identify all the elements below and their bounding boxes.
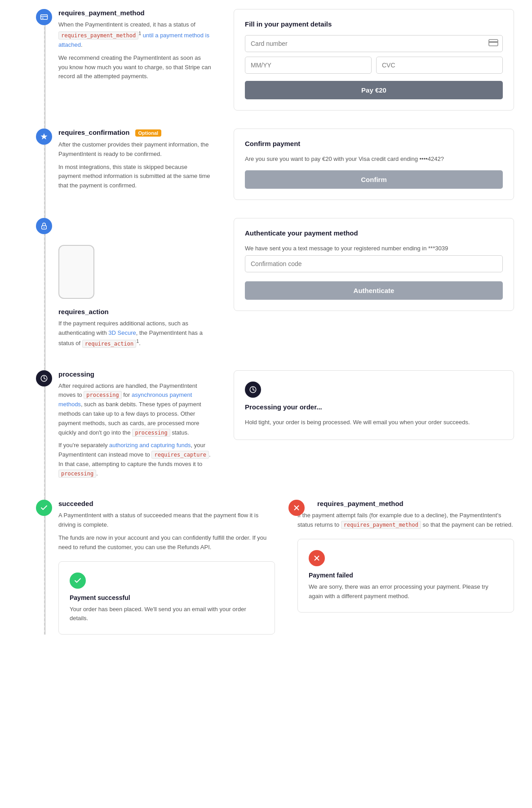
processing-description: Hold tight, your order is being processe… xyxy=(245,418,503,427)
svg-rect-0 xyxy=(41,15,48,20)
status-text-2b: In most integrations, this state is skip… xyxy=(58,163,211,191)
icon-requires-confirmation xyxy=(36,129,52,145)
status-text-2a: After the customer provides their paymen… xyxy=(58,140,211,159)
status-text-4b: If you're separately authorizing and cap… xyxy=(58,441,211,478)
svg-point-6 xyxy=(44,227,44,228)
col-succeeded: succeeded A PaymentIntent with a status … xyxy=(18,500,288,635)
card-processing: Processing your order... Hold tight, you… xyxy=(234,370,514,440)
status-title-4: processing xyxy=(58,370,211,378)
link-auth-capture[interactable]: authorizing and capturing funds xyxy=(109,442,191,448)
timeline: requires_payment_method When the Payment… xyxy=(18,9,514,635)
status-text-4a: After required actions are handled, the … xyxy=(58,382,211,438)
card-payment-success: Payment successful Your order has been p… xyxy=(58,561,275,635)
pay-button[interactable]: Pay €20 xyxy=(245,81,503,99)
status-title-2: requires_confirmation Optional xyxy=(58,129,211,137)
section-left-requires-payment: requires_payment_method When the Payment… xyxy=(18,9,225,111)
icon-processing xyxy=(36,370,52,386)
action-text-block: requires_action If the payment requires … xyxy=(58,308,211,349)
phone-mockup xyxy=(58,245,94,299)
icon-requires-payment xyxy=(36,9,52,25)
col-failed: requires_payment_method If the payment a… xyxy=(288,500,514,635)
status-title-1: requires_payment_method xyxy=(58,9,211,17)
card-authenticate: Authenticate your payment method We have… xyxy=(234,218,514,311)
status-text-6a: If the payment attempt fails (for exampl… xyxy=(297,511,514,530)
code-failed-status: requires_payment_method xyxy=(341,521,421,529)
success-title: Payment successful xyxy=(70,594,264,601)
section-right-action: Authenticate your payment method We have… xyxy=(225,218,514,311)
confirm-button[interactable]: Confirm xyxy=(245,170,503,189)
status-title-5: succeeded xyxy=(58,500,275,507)
code-requires-action: requires_action xyxy=(82,340,136,348)
failed-title: Payment failed xyxy=(309,572,503,579)
credit-card-icon xyxy=(488,39,498,48)
status-text-5a: A PaymentIntent with a status of succeed… xyxy=(58,511,275,530)
section-processing: processing After required actions are ha… xyxy=(18,370,514,482)
card-payment-failed: Payment failed We are sorry, there was a… xyxy=(297,539,514,613)
status-title-3: requires_action xyxy=(58,308,211,315)
code-processing-3: processing xyxy=(58,470,96,478)
failed-text: We are sorry, there was an error process… xyxy=(309,582,503,601)
card-title-processing: Processing your order... xyxy=(245,403,503,411)
confirm-description: Are you sure you want to pay €20 with yo… xyxy=(245,155,503,164)
badge-optional: Optional xyxy=(135,129,162,137)
failed-outcome-icon xyxy=(309,550,325,566)
status-text-1b: We recommend creating the PaymentIntent … xyxy=(58,53,211,81)
status-title-6: requires_payment_method xyxy=(297,500,514,507)
section-right-processing: Processing your order... Hold tight, you… xyxy=(225,370,514,482)
success-outcome-icon xyxy=(70,573,86,589)
success-text: Your order has been placed. We'll send y… xyxy=(70,605,264,624)
section-requires-confirmation: requires_confirmation Optional After the… xyxy=(18,129,514,200)
card-number-wrapper xyxy=(245,35,503,52)
section-left-processing: processing After required actions are ha… xyxy=(18,370,225,482)
section-requires-payment-method: requires_payment_method When the Payment… xyxy=(18,9,514,111)
code-processing-1: processing xyxy=(84,391,121,399)
section-left-action: requires_action If the payment requires … xyxy=(18,218,225,352)
section-requires-action: requires_action If the payment requires … xyxy=(18,218,514,352)
code-processing-2: processing xyxy=(132,429,170,437)
card-number-input[interactable] xyxy=(245,35,503,52)
section-right-confirmation: Confirm payment Are you sure you want to… xyxy=(225,129,514,200)
status-text-5b: The funds are now in your account and yo… xyxy=(58,533,275,552)
status-text-1a: When the PaymentIntent is created, it ha… xyxy=(58,20,211,50)
auth-description: We have sent you a text message to your … xyxy=(245,244,503,253)
icon-requires-action xyxy=(36,218,52,234)
code-requires-payment: requires_payment_method xyxy=(58,31,138,40)
section-right-requires-payment: Fill in your payment details Pay €20 xyxy=(225,9,514,111)
link-3d-secure[interactable]: 3D Secure xyxy=(108,329,136,336)
code-requires-capture: requires_capture xyxy=(151,451,209,459)
icon-succeeded xyxy=(36,500,52,516)
card-details-row xyxy=(245,57,503,78)
svg-rect-4 xyxy=(489,41,498,43)
processing-card-icon xyxy=(245,382,261,398)
card-title-authenticate: Authenticate your payment method xyxy=(245,229,503,237)
section-outcomes: succeeded A PaymentIntent with a status … xyxy=(18,500,514,635)
authenticate-button[interactable]: Authenticate xyxy=(245,281,503,300)
confirmation-code-input[interactable] xyxy=(245,255,503,272)
card-confirm-payment: Confirm payment Are you sure you want to… xyxy=(234,129,514,200)
card-title-confirm: Confirm payment xyxy=(245,140,503,147)
expiry-input[interactable] xyxy=(245,57,372,74)
section-left-confirmation: requires_confirmation Optional After the… xyxy=(18,129,225,200)
card-fill-payment: Fill in your payment details Pay €20 xyxy=(234,9,514,111)
link-async-methods[interactable]: asynchronous payment methods xyxy=(58,391,192,408)
status-text-3a: If the payment requires additional actio… xyxy=(58,319,211,349)
card-title-fill-payment: Fill in your payment details xyxy=(245,20,503,28)
cvc-input[interactable] xyxy=(376,57,503,74)
